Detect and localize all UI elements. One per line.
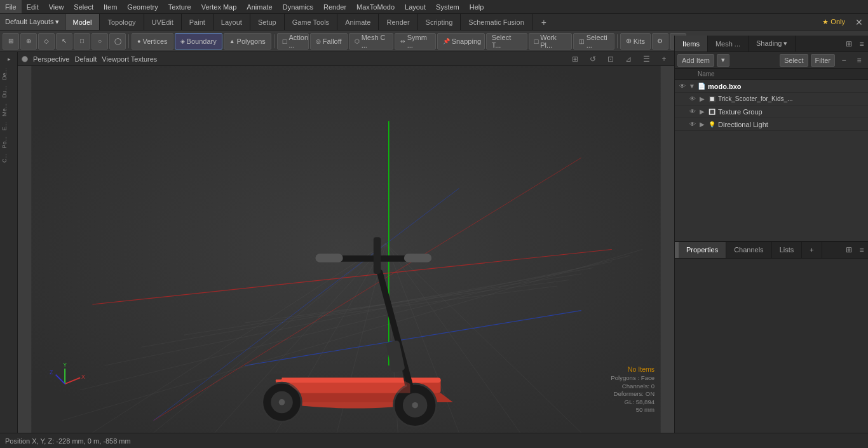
work-pl-btn[interactable]: □ Work Pl... <box>529 33 572 50</box>
item-icon-2: 🔳 <box>707 107 717 117</box>
add-item-button[interactable]: Add Item <box>677 54 714 67</box>
mode-rect-btn[interactable]: □ <box>74 33 90 50</box>
menu-layout[interactable]: Layout <box>400 0 431 13</box>
menu-item[interactable]: Item <box>98 0 122 13</box>
left-label-po[interactable]: Po... <box>1 134 16 151</box>
panel-settings-icon[interactable]: ≡ <box>855 37 868 50</box>
layout-tab-animate[interactable]: Animate <box>337 14 379 30</box>
close-layout-button[interactable]: ✕ <box>850 14 868 30</box>
tab-shading[interactable]: Shading ▾ <box>749 36 796 51</box>
tab-lists[interactable]: Lists <box>772 242 803 258</box>
menu-dynamics[interactable]: Dynamics <box>278 0 318 13</box>
tab-channels[interactable]: Channels <box>726 242 771 258</box>
menu-system[interactable]: System <box>431 0 465 13</box>
kits-btn[interactable]: ⊕ Kits <box>620 33 651 50</box>
menu-help[interactable]: Help <box>465 0 489 13</box>
menu-texture[interactable]: Texture <box>163 0 196 13</box>
tab-properties[interactable]: Properties <box>679 242 726 258</box>
menu-geometry[interactable]: Geometry <box>122 0 163 13</box>
props-expand-icon[interactable]: ⊞ <box>843 243 855 256</box>
eye-icon-0[interactable]: 👁 <box>677 81 688 92</box>
items-minus-icon[interactable]: − <box>837 54 850 67</box>
filter-items-button[interactable]: Filter <box>811 54 835 67</box>
viewport-render-icon[interactable]: ⊿ <box>622 53 635 65</box>
select-items-button[interactable]: Select <box>780 54 808 67</box>
viewport-fit-icon[interactable]: ⊡ <box>604 53 617 65</box>
viewport-maximize-icon[interactable]: ⊞ <box>569 53 581 65</box>
layout-dropdown[interactable]: Default Layouts ▾ <box>0 14 65 30</box>
layout-tab-uvedit[interactable]: UVEdit <box>144 14 182 30</box>
mesh-c-btn[interactable]: ⬡ Mesh C ... <box>349 33 393 50</box>
layout-tab-topology[interactable]: Topology <box>100 14 144 30</box>
svg-text:Deformers: ON: Deformers: ON <box>614 390 655 397</box>
polygons-btn[interactable]: ▲ Polygons <box>224 33 271 50</box>
mode-circle-btn[interactable]: ○ <box>92 33 108 50</box>
viewport-camera[interactable]: Perspective <box>33 55 69 63</box>
vertices-btn[interactable]: ● Vertices <box>132 33 173 50</box>
left-label-e[interactable]: E... <box>1 119 16 133</box>
left-label-du[interactable]: Du... <box>1 83 16 100</box>
menu-view[interactable]: View <box>44 0 69 13</box>
expand-icon-3[interactable]: ▶ <box>698 120 707 129</box>
transform-btn[interactable]: ⊞ <box>3 33 19 50</box>
menu-file[interactable]: File <box>0 0 22 13</box>
mode-origin-btn[interactable]: ⊕ <box>20 33 37 50</box>
viewport-dot[interactable] <box>22 56 28 62</box>
mode-select-btn[interactable]: ↖ <box>56 33 72 50</box>
add-item-dropdown[interactable]: ▾ <box>717 54 729 67</box>
viewport-shading[interactable]: Default <box>74 55 97 63</box>
boundary-btn[interactable]: ◈ Boundary <box>175 33 222 50</box>
menu-edit[interactable]: Edit <box>22 0 44 13</box>
svg-line-9 <box>141 268 593 347</box>
tab-mesh[interactable]: Mesh ... <box>708 36 749 51</box>
menu-select[interactable]: Select <box>69 0 98 13</box>
tree-row-3[interactable]: 👁 ▶ 💡 Directional Light <box>675 118 868 131</box>
tab-items[interactable]: Items <box>675 36 708 51</box>
star-only-button[interactable]: ★ Only <box>817 14 850 30</box>
mode-lasso-btn[interactable]: ◯ <box>109 33 126 50</box>
tree-row-1[interactable]: 👁 ▶ 🔲 Trick_Scooter_for_Kids_... <box>675 93 868 105</box>
viewport-texture[interactable]: Viewport Textures <box>102 55 157 63</box>
panel-expand-icon[interactable]: ⊞ <box>843 37 855 50</box>
items-more-icon[interactable]: ≡ <box>853 54 865 67</box>
snap-btn[interactable]: 📌 Snapping <box>437 33 485 50</box>
layout-tab-gametools[interactable]: Game Tools <box>285 14 338 30</box>
menu-maxtomodo[interactable]: MaxToModo <box>351 0 400 13</box>
select-t-btn[interactable]: Select T... <box>486 33 527 50</box>
tree-row-0[interactable]: 👁 ▼ 📄 modo.bxo <box>675 80 868 93</box>
viewport-reset-icon[interactable]: ↺ <box>587 53 599 65</box>
expand-icon-0[interactable]: ▼ <box>688 82 696 91</box>
menu-render[interactable]: Render <box>318 0 351 13</box>
layout-tab-paint[interactable]: Paint <box>182 14 214 30</box>
layout-tab-scripting[interactable]: Scripting <box>418 14 461 30</box>
settings-btn[interactable]: ⚙ <box>652 33 668 50</box>
viewport-canvas[interactable]: X Y Z No Items Polygons : Face Channels:… <box>18 66 674 433</box>
expand-icon-1[interactable]: ▶ <box>698 95 707 104</box>
layout-tab-layout[interactable]: Layout <box>214 14 250 30</box>
tool-btn[interactable]: □ Action ... <box>277 33 309 50</box>
viewport-add-icon[interactable]: + <box>658 53 670 65</box>
props-settings-icon[interactable]: ≡ <box>855 243 868 256</box>
selecti-btn[interactable]: ◫ Selecti ... <box>573 33 614 50</box>
expand-icon-2[interactable]: ▶ <box>698 107 707 116</box>
symm-btn[interactable]: ⇔ Symm ... <box>395 33 436 50</box>
left-label-me[interactable]: Me... <box>1 101 16 119</box>
layout-tab-schematic[interactable]: Schematic Fusion <box>461 14 532 30</box>
tree-row-2[interactable]: 👁 ▶ 🔳 Texture Group <box>675 105 868 118</box>
falloff-btn[interactable]: ◎ Falloff <box>310 33 348 50</box>
layout-tab-render[interactable]: Render <box>379 14 417 30</box>
eye-icon-2[interactable]: 👁 <box>688 107 698 117</box>
add-layout-button[interactable]: + <box>535 14 553 30</box>
mode-vertex-btn[interactable]: ◇ <box>38 33 55 50</box>
layout-tab-model[interactable]: Model <box>65 14 100 30</box>
layout-tab-setup[interactable]: Setup <box>250 14 285 30</box>
eye-icon-3[interactable]: 👁 <box>688 119 698 130</box>
eye-icon-1[interactable]: 👁 <box>688 94 698 104</box>
viewport-options-icon[interactable]: ☰ <box>640 53 653 65</box>
menu-animate[interactable]: Animate <box>241 0 277 13</box>
menu-vertex-map[interactable]: Vertex Map <box>196 0 242 13</box>
left-btn-1[interactable]: ▸ <box>1 53 17 65</box>
left-label-c[interactable]: C... <box>1 151 16 165</box>
left-label-de[interactable]: De... <box>1 65 16 83</box>
add-props-tab-button[interactable]: + <box>802 242 822 258</box>
